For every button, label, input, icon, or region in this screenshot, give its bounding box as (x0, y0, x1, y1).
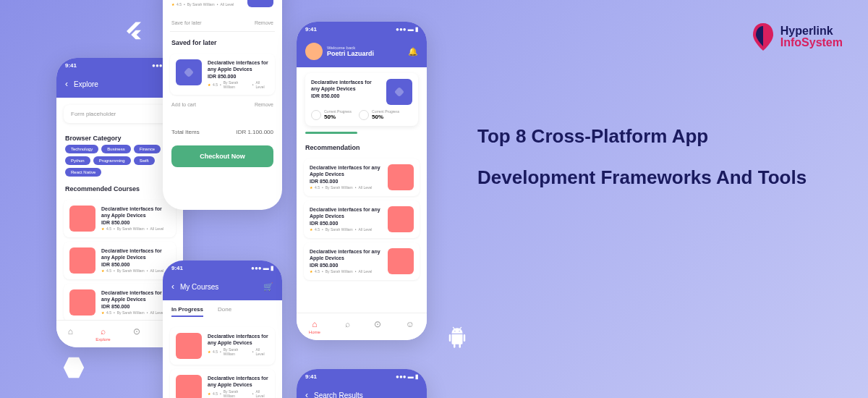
course-thumb (176, 59, 202, 85)
nav-home[interactable]: ⌂Home (309, 319, 320, 334)
star-icon: ★ (101, 310, 104, 315)
cart-item[interactable]: Declarative interfaces for any Apple Dev… (171, 0, 273, 12)
course-card[interactable]: Declarative interfaces for any Apple Dev… (304, 200, 420, 238)
course-card[interactable]: Declarative interfaces for any Apple Dev… (170, 327, 275, 365)
mockup-cart: Declarative interfaces for any Apple Dev… (163, 0, 282, 210)
back-icon[interactable]: ‹ (305, 390, 308, 398)
chip-item[interactable]: Programming (93, 156, 131, 165)
flutter-icon (123, 20, 145, 42)
nav-explore[interactable]: ⌕ (345, 319, 350, 334)
bell-icon[interactable]: 🔔 (408, 47, 418, 56)
chip-item[interactable]: React Native (65, 168, 101, 177)
tab-done[interactable]: Done (218, 306, 231, 317)
star-icon: ★ (101, 268, 104, 273)
results-header: ‹ Search Results (297, 384, 427, 398)
course-card[interactable]: Declarative interfaces for any Apple Dev… (170, 369, 275, 398)
mockup-my-courses: 9:41●●● ▬ ▮ ‹ My Courses 🛒 In Progress D… (163, 261, 282, 398)
home-icon: ⌂ (68, 326, 73, 336)
total-label: Total Items (171, 129, 200, 135)
tab-in-progress[interactable]: In Progress (171, 306, 203, 317)
search-input[interactable]: Form placeholder⌕ (64, 105, 176, 123)
chip-item[interactable]: Finance (134, 145, 161, 153)
mockup-home: 9:41●●● ▬ ▮ Welcome backPoetri Lazuardi … (297, 22, 427, 340)
nav-courses[interactable]: ⊙ (374, 319, 381, 334)
back-icon[interactable]: ‹ (65, 79, 68, 89)
home-header: Welcome backPoetri Lazuardi 🔔 (297, 37, 427, 67)
home-icon: ⌂ (312, 319, 317, 329)
remove-link[interactable]: Remove (255, 102, 273, 107)
avatar[interactable] (305, 43, 323, 60)
chip-item[interactable]: Technology (65, 145, 98, 153)
feature-card[interactable]: Declarative interfaces for any Apple Dev… (305, 73, 418, 126)
page-title: Top 8 Cross-Platform App Development Fra… (477, 116, 825, 198)
course-thumb (69, 206, 95, 232)
nav-account[interactable]: ☺ (406, 319, 414, 334)
cart-icon[interactable]: 🛒 (263, 282, 273, 292)
badge-icon (311, 110, 321, 120)
course-card[interactable]: Declarative interfaces for any Apple Dev… (304, 158, 420, 196)
chip-item[interactable]: Swift (134, 156, 155, 165)
course-card[interactable]: Declarative interfaces for any Apple Dev… (64, 284, 176, 321)
save-later-link[interactable]: Save for later (171, 20, 202, 25)
android-icon (446, 326, 468, 350)
add-cart-link[interactable]: Add to cart (171, 102, 196, 107)
status-bar: 9:41●●● ▬ ▮ (297, 369, 427, 384)
brand-logo: HyperlinkInfoSystem (750, 22, 843, 52)
star-icon: ★ (101, 226, 104, 231)
xamarin-icon (61, 355, 86, 380)
course-card[interactable]: Declarative interfaces for any Apple Dev… (64, 242, 176, 279)
logo-mark-icon (750, 22, 776, 52)
rec-title: Recommendation (297, 140, 427, 154)
course-thumb (69, 289, 95, 316)
progress-bar (305, 132, 357, 134)
nav-home[interactable]: ⌂ (68, 326, 73, 342)
saved-item[interactable]: Declarative interfaces for any Apple Dev… (170, 54, 275, 95)
remove-link[interactable]: Remove (255, 20, 273, 25)
courses-header: ‹ My Courses 🛒 (163, 276, 282, 300)
chip-item[interactable]: Python (65, 156, 90, 165)
search-icon: ⌕ (101, 326, 106, 336)
course-card[interactable]: Declarative interfaces for any Apple Dev… (64, 200, 176, 237)
header-title: Explore (74, 80, 158, 88)
play-icon: ⊙ (133, 326, 140, 336)
back-icon[interactable]: ‹ (171, 281, 174, 292)
course-tabs: In Progress Done (163, 300, 282, 323)
course-card[interactable]: Declarative interfaces for any Apple Dev… (304, 242, 420, 280)
mockup-search-results: 9:41●●● ▬ ▮ ‹ Search Results Results for… (297, 369, 427, 398)
nav-courses[interactable]: ⊙ (133, 326, 140, 342)
checkout-button[interactable]: Checkout Now (171, 145, 273, 167)
bottom-nav: ⌂Home ⌕ ⊙ ☺ (297, 313, 427, 340)
status-bar: 9:41●●● ▬ ▮ (297, 22, 427, 37)
nav-explore[interactable]: ⌕Explore (95, 326, 110, 342)
brand-line2: InfoSystem (780, 37, 843, 48)
brand-line1: Hyperlink (780, 25, 843, 37)
badge-icon (359, 110, 369, 120)
headline-block: Top 8 Cross-Platform App Development Fra… (477, 116, 825, 198)
saved-title: Saved for later (163, 35, 282, 49)
chip-item[interactable]: Business (101, 145, 130, 153)
course-thumb (69, 247, 95, 274)
username: Poetri Lazuardi (327, 50, 374, 57)
total-value: IDR 1.100.000 (236, 129, 273, 135)
course-thumb (247, 0, 273, 7)
status-bar: 9:41●●● ▬ ▮ (163, 261, 282, 276)
